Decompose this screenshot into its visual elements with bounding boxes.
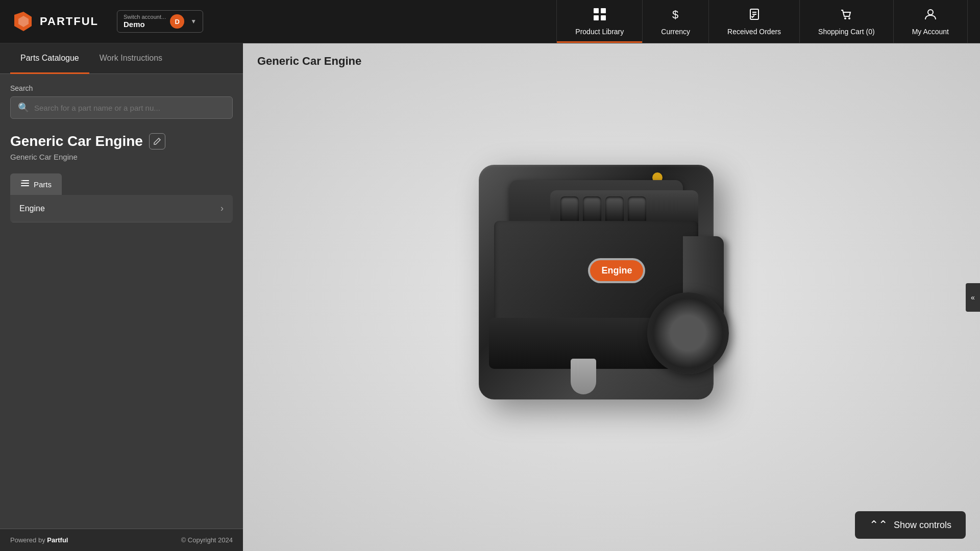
engine-label-bubble[interactable]: Engine — [590, 260, 643, 281]
nav-label-my-account: My Account — [912, 28, 949, 36]
chevron-right-icon: › — [220, 203, 224, 214]
sidebar-content: Search 🔍 Generic Car Engine Generic Car … — [0, 74, 243, 529]
sidebar: Parts Catalogue Work Instructions Search… — [0, 43, 243, 551]
dropdown-arrow-icon: ▼ — [190, 18, 197, 25]
svg-rect-5 — [601, 15, 606, 20]
search-label: Search — [10, 84, 233, 92]
footer-powered-by: Powered by Partful — [10, 536, 68, 544]
account-switcher[interactable]: Switch account... Demo D ▼ — [117, 10, 203, 33]
nav-item-currency[interactable]: $ Currency — [643, 0, 709, 43]
parts-tab-button[interactable]: Parts — [10, 173, 62, 195]
part-item-name: Engine — [19, 204, 45, 213]
nav-item-shopping-cart[interactable]: Shopping Cart (0) — [800, 0, 894, 43]
checklist-icon — [747, 7, 762, 24]
product-subtitle: Generic Car Engine — [10, 153, 233, 161]
collapse-icon: « — [971, 293, 975, 302]
tab-work-instructions[interactable]: Work Instructions — [89, 43, 173, 74]
search-box[interactable]: 🔍 — [10, 96, 233, 119]
engine-container: Engine — [479, 165, 744, 430]
nav-item-received-orders[interactable]: Received Orders — [709, 0, 800, 43]
show-controls-label: Show controls — [894, 520, 951, 531]
engine-shape — [479, 165, 714, 399]
flywheel — [647, 292, 729, 374]
svg-rect-14 — [21, 183, 29, 184]
account-avatar: D — [170, 14, 184, 29]
svg-rect-15 — [21, 185, 29, 186]
nav-item-product-library[interactable]: Product Library — [556, 0, 643, 43]
parts-icon — [20, 179, 30, 190]
nav-label-currency: Currency — [661, 28, 690, 36]
header-nav: Product Library $ Currency Received Orde — [556, 0, 968, 43]
svg-rect-3 — [601, 8, 606, 13]
parts-list: Engine › — [10, 195, 233, 222]
engine-cap — [571, 359, 596, 394]
edit-button[interactable] — [149, 133, 165, 149]
logo-text: PARTFUL — [40, 15, 99, 28]
collapse-panel-button[interactable]: « — [966, 283, 980, 312]
nav-label-received-orders: Received Orders — [727, 28, 781, 36]
logo-area: PARTFUL — [12, 11, 99, 32]
partful-logo-icon — [12, 11, 34, 32]
nav-label-product-library: Product Library — [575, 28, 624, 36]
account-name: Demo — [124, 20, 145, 29]
grid-icon — [593, 7, 607, 24]
cart-icon — [839, 7, 853, 24]
product-title-text: Generic Car Engine — [10, 133, 143, 149]
svg-rect-16 — [21, 180, 22, 181]
main-layout: Parts Catalogue Work Instructions Search… — [0, 43, 980, 551]
controls-icon: ⌃⌃ — [869, 518, 888, 532]
search-input[interactable] — [34, 104, 225, 112]
view-title: Generic Car Engine — [257, 55, 361, 68]
svg-point-10 — [844, 17, 846, 19]
sidebar-tabs: Parts Catalogue Work Instructions — [0, 43, 243, 74]
svg-rect-2 — [594, 8, 599, 13]
switch-account-label: Switch account... — [124, 14, 166, 20]
show-controls-button[interactable]: ⌃⌃ Show controls — [855, 511, 966, 539]
dollar-icon: $ — [669, 7, 683, 24]
header: PARTFUL Switch account... Demo D ▼ Produ… — [0, 0, 980, 43]
search-icon: 🔍 — [18, 102, 29, 113]
svg-point-11 — [848, 17, 850, 19]
nav-label-shopping-cart: Shopping Cart (0) — [818, 28, 875, 36]
parts-tab-label: Parts — [34, 180, 52, 189]
tab-parts-catalogue[interactable]: Parts Catalogue — [10, 43, 89, 74]
user-icon — [923, 7, 938, 24]
product-title-row: Generic Car Engine — [10, 133, 233, 149]
svg-text:$: $ — [672, 8, 678, 21]
svg-rect-4 — [594, 15, 599, 20]
engine-label-text: Engine — [601, 265, 632, 276]
sidebar-footer: Powered by Partful © Copyright 2024 — [0, 529, 243, 551]
svg-point-12 — [928, 10, 933, 15]
footer-copyright: © Copyright 2024 — [181, 536, 233, 544]
partful-link[interactable]: Partful — [47, 536, 68, 544]
list-item[interactable]: Engine › — [10, 195, 233, 222]
view-area: Generic Car Engine — [243, 43, 980, 551]
nav-item-my-account[interactable]: My Account — [894, 0, 968, 43]
